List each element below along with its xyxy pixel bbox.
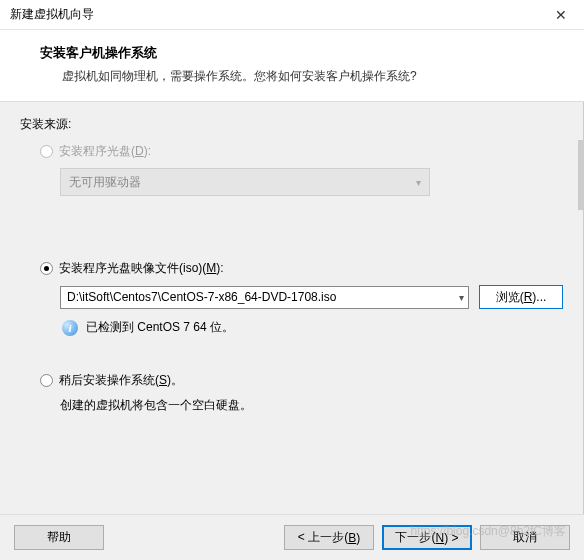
radio-icon <box>40 262 53 275</box>
wizard-footer: 帮助 < 上一步(B) 下一步(N) > 取消 <box>0 514 584 560</box>
radio-icon <box>40 374 53 387</box>
browse-button[interactable]: 浏览(R)... <box>479 285 563 309</box>
info-icon: i <box>62 320 78 336</box>
window-title: 新建虚拟机向导 <box>10 6 94 23</box>
iso-path-value: D:\itSoft\Centos7\CentOS-7-x86_64-DVD-17… <box>67 290 336 304</box>
close-icon[interactable]: ✕ <box>546 3 576 27</box>
radio-disc-label: 安装程序光盘(D): <box>59 143 151 160</box>
option-later: 稍后安装操作系统(S)。 创建的虚拟机将包含一个空白硬盘。 <box>20 372 563 414</box>
later-description: 创建的虚拟机将包含一个空白硬盘。 <box>60 397 563 414</box>
option-disc: 安装程序光盘(D): 无可用驱动器 ▾ <box>20 143 563 196</box>
back-button[interactable]: < 上一步(B) <box>284 525 374 550</box>
radio-iso-label: 安装程序光盘映像文件(iso)(M): <box>59 260 224 277</box>
chevron-down-icon: ▾ <box>416 177 421 188</box>
cancel-button[interactable]: 取消 <box>480 525 570 550</box>
titlebar: 新建虚拟机向导 ✕ <box>0 0 584 30</box>
page-heading: 安装客户机操作系统 <box>40 44 564 62</box>
page-subheading: 虚拟机如同物理机，需要操作系统。您将如何安装客户机操作系统? <box>40 68 564 85</box>
next-button[interactable]: 下一步(N) > <box>382 525 472 550</box>
radio-later-label: 稍后安装操作系统(S)。 <box>59 372 183 389</box>
scrollbar[interactable] <box>578 140 584 210</box>
iso-detected-text: 已检测到 CentOS 7 64 位。 <box>86 319 234 336</box>
radio-disc-row[interactable]: 安装程序光盘(D): <box>40 143 563 160</box>
iso-path-combo[interactable]: D:\itSoft\Centos7\CentOS-7-x86_64-DVD-17… <box>60 286 469 309</box>
wizard-body: 安装来源: 安装程序光盘(D): 无可用驱动器 ▾ 安装程序光盘映像文件(iso… <box>0 102 584 537</box>
radio-later-row[interactable]: 稍后安装操作系统(S)。 <box>40 372 563 389</box>
iso-detected-info: i 已检测到 CentOS 7 64 位。 <box>62 319 563 336</box>
wizard-header: 安装客户机操作系统 虚拟机如同物理机，需要操作系统。您将如何安装客户机操作系统? <box>0 30 584 102</box>
disc-drive-combo: 无可用驱动器 ▾ <box>60 168 430 196</box>
chevron-down-icon: ▾ <box>459 292 464 303</box>
disc-drive-value: 无可用驱动器 <box>69 174 141 191</box>
install-source-label: 安装来源: <box>20 116 563 133</box>
option-iso: 安装程序光盘映像文件(iso)(M): D:\itSoft\Centos7\Ce… <box>20 260 563 336</box>
radio-icon <box>40 145 53 158</box>
radio-iso-row[interactable]: 安装程序光盘映像文件(iso)(M): <box>40 260 563 277</box>
help-button[interactable]: 帮助 <box>14 525 104 550</box>
